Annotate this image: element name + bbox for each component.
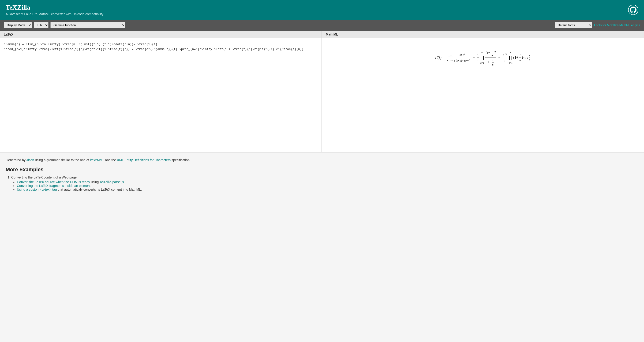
example-item-1: Converting the LaTeX content of a Web pa… [11, 175, 638, 191]
frac-3: (1+ 1 n )t 1+ t n [485, 49, 496, 67]
example-subitem-3: Using a custom <x-tex> tag that automati… [17, 188, 638, 191]
mathml-rendered: Γ(t) = lim n→∞ n! nt t (t+1)···(t+n) = 1… [322, 38, 644, 152]
toolbar: Display Mode Inline Mode LTR RTL Gamma f… [0, 20, 644, 31]
footer-middle-text: using a grammar similar to the one of [34, 158, 90, 162]
more-examples-title: More Examples [6, 167, 638, 173]
subitem-1-link2[interactable]: TeXZilla-parse.js [100, 180, 124, 184]
frac-1: n! nt t (t+1)···(t+n) [454, 52, 471, 63]
footer-generated-text: Generated by Jison using a grammar simil… [6, 158, 638, 162]
footer-generated-label: Generated by [6, 158, 26, 162]
example-subitem-1: Convert the LaTeX source when the DOM is… [17, 180, 638, 184]
examples-list: Converting the LaTeX content of a Web pa… [6, 175, 638, 191]
limit-block: lim n→∞ [447, 53, 453, 62]
mathml-panel-label: MathML [322, 31, 644, 38]
frac-2: 1 t [477, 53, 479, 62]
latex-content[interactable]: \Gamma(t) = \lim_{n \to \infty} \frac{n!… [0, 38, 322, 152]
frac-5: t n [519, 53, 521, 62]
latex-panel: LaTeX \Gamma(t) = \lim_{n \to \infty} \f… [0, 31, 322, 152]
subitem-1-using: using [91, 180, 100, 184]
app-subtitle: A Javascript LaTeX-to-MathML converter w… [6, 12, 104, 16]
mathml-panel: MathML Γ(t) = lim n→∞ n! nt t (t+1)···(t… [322, 31, 644, 152]
example-select[interactable]: Gamma function Euler's identity Pythagor… [50, 22, 126, 28]
frac-4: e−γt t [502, 52, 508, 63]
jison-link[interactable]: Jison [26, 158, 34, 162]
direction-select[interactable]: LTR RTL [34, 22, 48, 28]
latex-panel-label: LaTeX [0, 31, 322, 38]
subitem-3-text: that automaticaly converts its LaTeX con… [58, 188, 142, 191]
example-subitem-2: Converting the LaTeX fragments inside an… [17, 184, 638, 188]
footer-and-text: and the [104, 158, 117, 162]
footer-end-text: specification. [170, 158, 190, 162]
app-title: TeXZilla [6, 4, 104, 11]
fonts-link[interactable]: Fonts for Mozilla's MathML engine [594, 23, 640, 27]
header-left: TeXZilla A Javascript LaTeX-to-MathML co… [6, 4, 104, 16]
display-mode-select[interactable]: Display Mode Inline Mode [4, 22, 32, 28]
frac-6: t n [528, 54, 530, 61]
subitem-3-link[interactable]: Using a custom <x-tex> tag [17, 188, 57, 191]
prod-1: ∞ ∏ n=1 [480, 51, 484, 65]
subitem-2-link[interactable]: Converting the LaTeX fragments inside an… [17, 184, 90, 188]
github-icon[interactable] [628, 5, 638, 15]
subitem-1-link1[interactable]: Convert the LaTeX source when the DOM is… [17, 180, 90, 184]
example-item-1-text: Converting the LaTeX content of a Web pa… [11, 175, 78, 179]
xml-link[interactable]: XML Entity Definitions for Characters [117, 158, 170, 162]
main-panels: LaTeX \Gamma(t) = \lim_{n \to \infty} \f… [0, 31, 644, 152]
math-formula-display: Γ(t) = lim n→∞ n! nt t (t+1)···(t+n) = 1… [430, 44, 536, 71]
fonts-select[interactable]: Default fonts Latin Modern STIX [555, 22, 592, 28]
footer-area: Generated by Jison using a grammar simil… [0, 152, 644, 199]
prod-2: ∞ ∏ n=1 [508, 51, 513, 65]
itex2mml-link[interactable]: itex2MML [90, 158, 104, 162]
app-header: TeXZilla A Javascript LaTeX-to-MathML co… [0, 0, 644, 20]
example-sublist-1: Convert the LaTeX source when the DOM is… [11, 180, 638, 191]
